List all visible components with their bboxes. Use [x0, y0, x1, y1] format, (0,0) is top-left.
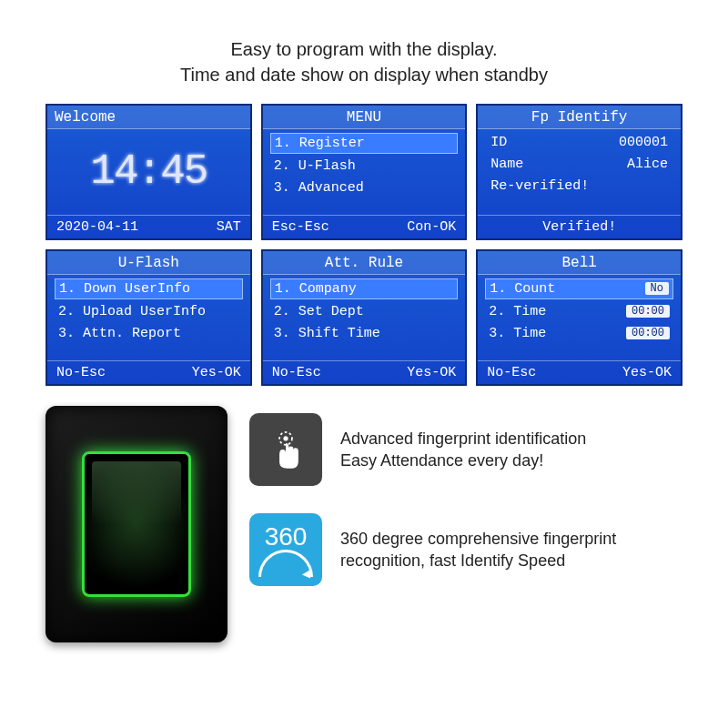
bell-body: 1. Count No 2. Time 00:00 3. Time 00:00: [478, 275, 681, 360]
uflash-esc[interactable]: No-Esc: [56, 365, 106, 380]
attrule-esc[interactable]: No-Esc: [272, 365, 321, 380]
attrule-item-setdept[interactable]: 2. Set Dept: [270, 302, 459, 321]
fp-id-row: ID 000001: [485, 133, 673, 152]
menu-item-advanced[interactable]: 3. Advanced: [270, 178, 459, 197]
menu-esc[interactable]: Esc-Esc: [272, 219, 329, 235]
sensor-glare: [92, 461, 181, 525]
svg-point-1: [283, 436, 288, 440]
bell-count-label: 1. Count: [490, 281, 555, 297]
attrule-item-company[interactable]: 1. Company: [270, 278, 459, 299]
attrule-footer: No-Esc Yes-OK: [263, 360, 466, 384]
screen-fp-identify: Fp Identify ID 000001 Name Alice Re-veri…: [476, 104, 682, 240]
welcome-date: 2020-04-11: [56, 219, 138, 235]
welcome-title: Welcome: [47, 106, 250, 129]
uflash-ok[interactable]: Yes-OK: [192, 365, 241, 380]
feature-touch: Advanced fingerprint identification Easy…: [249, 413, 682, 486]
menu-footer: Esc-Esc Con-OK: [263, 215, 466, 238]
attrule-ok[interactable]: Yes-OK: [407, 365, 456, 380]
feature-touch-line2: Easy Attendance every day!: [340, 450, 586, 471]
attrule-body: 1. Company 2. Set Dept 3. Shift Time: [263, 275, 466, 360]
uflash-footer: No-Esc Yes-OK: [47, 360, 250, 384]
fp-name-label: Name: [490, 157, 523, 172]
screens-grid: Welcome 14:45 2020-04-11 SAT MENU 1. Reg…: [46, 104, 682, 386]
menu-ok[interactable]: Con-OK: [407, 219, 456, 235]
bell-item-count[interactable]: 1. Count No: [485, 278, 673, 299]
fp-name-row: Name Alice: [485, 155, 673, 174]
fingerprint-sensor: [82, 451, 191, 597]
fp-footer: Verified!: [478, 215, 681, 238]
screen-menu: MENU 1. Register 2. U-Flash 3. Advanced …: [261, 104, 468, 240]
fp-verified: Verified!: [542, 219, 616, 235]
fp-title: Fp Identify: [478, 106, 681, 129]
screen-uflash: U-Flash 1. Down UserInfo 2. Upload UserI…: [46, 249, 252, 386]
screen-bell: Bell 1. Count No 2. Time 00:00 3. Time 0…: [476, 249, 682, 386]
fp-id-value: 000001: [619, 135, 668, 150]
uflash-item-down[interactable]: 1. Down UserInfo: [55, 278, 243, 299]
rotate-360-icon: 360: [249, 513, 322, 586]
bell-ok[interactable]: Yes-OK: [622, 365, 672, 380]
bell-time2-value[interactable]: 00:00: [626, 327, 670, 339]
bottom-section: Advanced fingerprint identification Easy…: [46, 406, 682, 642]
badge-360: 360: [265, 522, 308, 551]
bell-count-value[interactable]: No: [645, 282, 669, 295]
bell-time1-value[interactable]: 00:00: [626, 305, 670, 318]
menu-item-uflash[interactable]: 2. U-Flash: [270, 157, 459, 176]
menu-body: 1. Register 2. U-Flash 3. Advanced: [263, 129, 466, 215]
welcome-time: 14:45: [55, 148, 243, 196]
feature-360-line2: recognition, fast Identify Speed: [340, 550, 616, 571]
feature-touch-text: Advanced fingerprint identification Easy…: [340, 428, 586, 472]
screen-attrule: Att. Rule 1. Company 2. Set Dept 3. Shif…: [261, 249, 468, 386]
header-caption: Easy to program with the display. Time a…: [46, 36, 682, 87]
feature-360: 360 360 degree comprehensive fingerprint…: [249, 513, 682, 586]
menu-title: MENU: [263, 106, 466, 129]
fp-body: ID 000001 Name Alice Re-verified!: [478, 129, 681, 215]
fingerprint-scanner: [46, 406, 228, 642]
bell-esc[interactable]: No-Esc: [487, 365, 536, 380]
uflash-item-upload[interactable]: 2. Upload UserInfo: [55, 302, 243, 321]
menu-item-register[interactable]: 1. Register: [270, 133, 459, 154]
welcome-footer: 2020-04-11 SAT: [47, 215, 250, 238]
bell-item-time2[interactable]: 3. Time 00:00: [485, 324, 673, 343]
attrule-company-label: 1. Company: [275, 281, 357, 297]
bell-item-time1[interactable]: 2. Time 00:00: [485, 302, 673, 321]
feature-touch-line1: Advanced fingerprint identification: [340, 428, 586, 450]
feature-360-text: 360 degree comprehensive fingerprint rec…: [340, 528, 616, 572]
attrule-title: Att. Rule: [263, 251, 466, 275]
uflash-item-report[interactable]: 3. Attn. Report: [55, 324, 243, 343]
bell-title: Bell: [478, 251, 681, 275]
bell-time1-label: 2. Time: [489, 304, 546, 319]
curved-arrow-icon: [258, 550, 313, 577]
fp-reverified: Re-verified!: [485, 177, 673, 196]
uflash-title: U-Flash: [47, 251, 250, 275]
feature-360-line1: 360 degree comprehensive fingerprint: [340, 528, 616, 550]
welcome-body: 14:45: [47, 129, 250, 215]
header-line2: Time and date show on display when stand…: [46, 62, 682, 87]
touch-icon: [249, 413, 322, 486]
fp-id-label: ID: [490, 135, 507, 150]
features-list: Advanced fingerprint identification Easy…: [249, 406, 682, 586]
header-line1: Easy to program with the display.: [46, 36, 682, 62]
bell-time2-label: 3. Time: [489, 326, 546, 341]
finger-touch-icon: [262, 426, 309, 473]
attrule-item-shift[interactable]: 3. Shift Time: [270, 324, 459, 343]
uflash-body: 1. Down UserInfo 2. Upload UserInfo 3. A…: [47, 275, 250, 360]
fp-name-value: Alice: [627, 157, 668, 172]
bell-footer: No-Esc Yes-OK: [478, 360, 681, 384]
welcome-weekday: SAT: [217, 219, 241, 235]
screen-welcome: Welcome 14:45 2020-04-11 SAT: [46, 104, 252, 240]
